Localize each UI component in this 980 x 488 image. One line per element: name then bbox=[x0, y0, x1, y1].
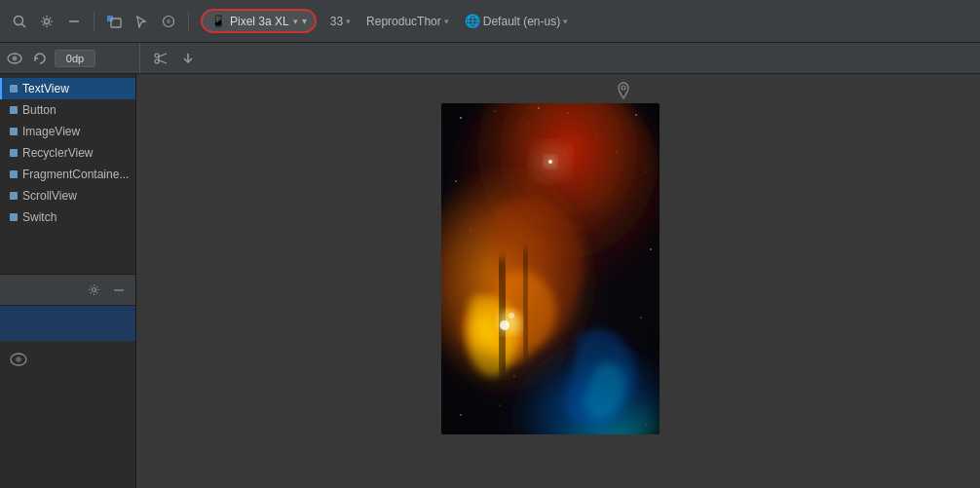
bottom-minus-icon[interactable] bbox=[108, 280, 130, 301]
pin-icon bbox=[617, 82, 630, 105]
repro-arrow: ▾ bbox=[444, 17, 449, 26]
canvas-area bbox=[136, 74, 980, 488]
bottom-gear-icon[interactable] bbox=[83, 280, 104, 301]
component-item-recyclerview[interactable]: RecyclerView bbox=[0, 142, 135, 164]
component-dot-scrollview bbox=[10, 192, 18, 200]
component-item-button[interactable]: Button bbox=[0, 99, 135, 121]
device-dropdown-arrow: ▾ bbox=[293, 17, 298, 26]
svg-point-7 bbox=[167, 19, 170, 23]
component-list: TextView Button ImageView RecyclerView F… bbox=[0, 74, 135, 274]
dp-input[interactable] bbox=[55, 50, 95, 67]
left-panel: TextView Button ImageView RecyclerView F… bbox=[0, 74, 136, 488]
repro-label: ReproducThor bbox=[366, 15, 441, 28]
svg-point-10 bbox=[155, 54, 159, 57]
locale-label: Default (en-us) bbox=[483, 15, 560, 28]
cursor-icon[interactable] bbox=[130, 10, 153, 33]
bottom-left-header bbox=[0, 275, 135, 306]
percentage-label: 33 bbox=[330, 15, 343, 28]
component-item-fragmentcontainer[interactable]: FragmentContaine... bbox=[0, 164, 135, 185]
svg-point-51 bbox=[500, 320, 509, 330]
main-toolbar: 📱 Pixel 3a XL ▾ 33 ▾ ReproducThor ▾ 🌐 De… bbox=[0, 0, 980, 43]
component-label-switch: Switch bbox=[22, 210, 57, 224]
layers-icon[interactable] bbox=[102, 10, 126, 33]
search-icon[interactable] bbox=[8, 10, 31, 33]
component-dot-textview bbox=[10, 85, 18, 93]
svg-point-20 bbox=[622, 86, 625, 90]
bottom-left-panel bbox=[0, 274, 135, 488]
repro-selector[interactable]: ReproducThor ▾ bbox=[360, 12, 455, 31]
component-label-button: Button bbox=[22, 103, 57, 117]
component-item-switch[interactable]: Switch bbox=[0, 206, 135, 228]
device-icon: 📱 bbox=[210, 14, 226, 28]
svg-point-52 bbox=[509, 313, 514, 319]
preview-container bbox=[441, 103, 660, 434]
component-label-fragmentcontainer: FragmentContaine... bbox=[22, 168, 129, 181]
locale-icon: 🌐 bbox=[465, 14, 480, 28]
component-item-textview[interactable]: TextView bbox=[0, 78, 135, 99]
svg-line-13 bbox=[159, 60, 167, 63]
svg-point-2 bbox=[45, 19, 50, 23]
bottom-left-content bbox=[0, 306, 135, 488]
device-label: Pixel 3a XL bbox=[230, 15, 289, 28]
component-item-imageview[interactable]: ImageView bbox=[0, 121, 135, 142]
separator-2 bbox=[188, 12, 189, 31]
svg-line-1 bbox=[22, 23, 26, 27]
component-label-recyclerview: RecyclerView bbox=[22, 146, 93, 160]
component-label-textview: TextView bbox=[22, 82, 69, 95]
secondary-toolbar bbox=[0, 43, 980, 74]
main-content: TextView Button ImageView RecyclerView F… bbox=[0, 74, 980, 488]
scissors-icon[interactable] bbox=[150, 48, 171, 69]
percentage-selector[interactable]: 33 ▾ bbox=[324, 12, 357, 31]
locale-selector[interactable]: 🌐 Default (en-us) ▾ bbox=[459, 11, 574, 31]
component-dot-fragmentcontainer bbox=[10, 170, 18, 178]
component-item-scrollview[interactable]: ScrollView bbox=[0, 185, 135, 206]
component-label-scrollview: ScrollView bbox=[22, 189, 77, 203]
pan-icon[interactable] bbox=[157, 10, 180, 33]
component-dot-button bbox=[10, 106, 18, 114]
toolbar2-left-section bbox=[4, 43, 140, 73]
refresh-icon[interactable] bbox=[29, 48, 51, 69]
eye-icon-row bbox=[0, 341, 135, 378]
svg-point-0 bbox=[15, 16, 23, 24]
svg-point-9 bbox=[13, 56, 18, 60]
svg-point-22 bbox=[460, 117, 462, 119]
device-selector[interactable]: 📱 Pixel 3a XL ▾ bbox=[201, 9, 317, 33]
component-dot-recyclerview bbox=[10, 149, 18, 157]
eye-toggle-icon[interactable] bbox=[4, 48, 25, 69]
settings-icon[interactable] bbox=[35, 10, 58, 33]
svg-point-19 bbox=[16, 357, 21, 362]
minus-icon[interactable] bbox=[62, 10, 86, 33]
arrow-down-icon[interactable] bbox=[177, 48, 199, 69]
separator-1 bbox=[94, 12, 94, 31]
svg-point-11 bbox=[155, 59, 159, 63]
component-dot-imageview bbox=[10, 128, 18, 135]
blue-bar bbox=[0, 306, 135, 341]
svg-line-12 bbox=[159, 54, 167, 56]
locale-arrow: ▾ bbox=[563, 17, 568, 26]
component-dot-switch bbox=[10, 213, 18, 221]
percentage-arrow: ▾ bbox=[346, 17, 351, 26]
component-label-imageview: ImageView bbox=[22, 125, 80, 138]
svg-point-40 bbox=[460, 414, 462, 416]
svg-point-16 bbox=[92, 288, 95, 292]
svg-point-55 bbox=[548, 160, 552, 164]
toolbar2-right-section bbox=[144, 48, 199, 69]
nebula-image bbox=[441, 103, 660, 434]
eye-icon[interactable] bbox=[8, 349, 29, 370]
